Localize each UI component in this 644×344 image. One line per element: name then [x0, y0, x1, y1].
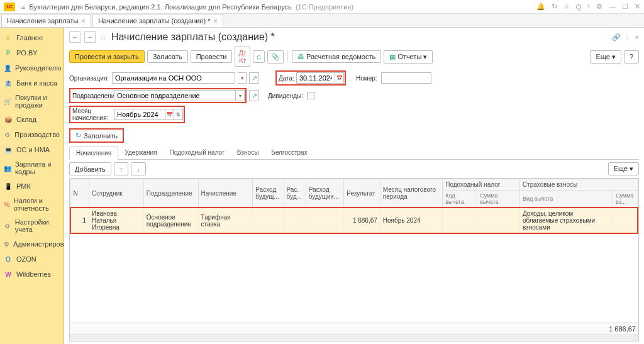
sidebar-item[interactable]: 🏦Банк и касса [0, 75, 64, 91]
settings-icon[interactable]: ⚙ [596, 3, 602, 11]
maximize-icon[interactable]: ☐ [622, 3, 628, 11]
table-more-button[interactable]: Еще ▾ [608, 162, 639, 175]
subtab[interactable]: Подоходный налог [164, 147, 231, 159]
menu-icon[interactable]: ≡ [21, 3, 25, 11]
org-input[interactable] [112, 72, 235, 84]
nav-label: Склад [16, 116, 36, 123]
close-icon[interactable]: × [81, 17, 85, 25]
help-button[interactable]: ? [624, 50, 639, 64]
link-icon[interactable]: 🔗 [612, 33, 621, 42]
sidebar-item[interactable]: OOZON [0, 252, 64, 267]
star-icon[interactable]: ☆ [564, 3, 570, 11]
sidebar-item[interactable]: 🛒Покупки и продажи [0, 91, 64, 112]
toolbar: Провести и закрыть Записать Провести ДтК… [69, 47, 639, 67]
nav-label: PO.BY [16, 49, 38, 57]
subtab[interactable]: Взносы [231, 147, 265, 159]
minimize-icon[interactable]: — [609, 3, 616, 11]
stepper-icon[interactable]: ⇅ [174, 109, 183, 120]
nav-icon: ≡ [4, 33, 13, 42]
save-button[interactable]: Записать [147, 50, 188, 63]
dept-input[interactable] [114, 90, 236, 101]
structure-icon[interactable]: ⎌ [253, 50, 265, 63]
history-icon[interactable]: ↻ [552, 3, 557, 11]
tab-salary-list[interactable]: Начисления зарплаты× [1, 14, 91, 27]
fill-button[interactable]: ↻Заполнить [70, 130, 123, 141]
post-button[interactable]: Провести [191, 50, 233, 63]
more-icon[interactable]: ⋮ [625, 33, 631, 42]
bell-icon[interactable]: 🔔 [536, 3, 545, 11]
close-icon[interactable]: × [635, 33, 639, 42]
close-icon[interactable]: ✕ [635, 3, 640, 11]
nav-icon: 👤 [4, 64, 11, 72]
subtab[interactable]: Начисления [69, 147, 118, 160]
debit-credit-icon[interactable]: ДтКт [235, 47, 250, 67]
nav-icon: 📱 [4, 182, 13, 191]
month-label: Месяц начисления: [71, 108, 114, 121]
nav-label: Налоги и отчетность [14, 197, 60, 212]
dropdown-icon[interactable]: ▾ [238, 72, 247, 84]
scrollbar-x[interactable] [70, 335, 638, 341]
nav-icon: ⚙ [4, 240, 9, 248]
open-icon[interactable]: ↗ [249, 72, 259, 84]
date-input[interactable] [296, 72, 335, 84]
more-button[interactable]: Еще ▾ [590, 50, 621, 64]
sidebar-item[interactable]: ≡Главное [0, 30, 64, 45]
sidebar-item[interactable]: ⚙Настройки учета [0, 215, 64, 236]
sidebar-item[interactable]: PPO.BY [0, 45, 64, 60]
calendar-icon[interactable]: 📅 [335, 72, 344, 84]
nav-icon: 👥 [4, 164, 11, 172]
sidebar-item[interactable]: 💻ОС и НМА [0, 142, 64, 157]
nav-label: Банк и касса [16, 79, 57, 87]
move-down-button[interactable]: ↓ [131, 162, 146, 175]
close-icon[interactable]: × [214, 17, 218, 25]
open-icon[interactable]: ↗ [249, 90, 259, 101]
add-button[interactable]: Добавить [69, 162, 111, 175]
post-close-button[interactable]: Провести и закрыть [69, 50, 145, 63]
month-input[interactable] [114, 109, 165, 120]
sidebar-item[interactable]: 📦Склад [0, 112, 64, 127]
nav-label: Настройки учета [15, 218, 60, 233]
calendar-icon[interactable]: 📅 [165, 109, 174, 120]
nav-label: ОС и НМА [16, 146, 50, 153]
nav-icon: P [4, 48, 13, 57]
nav-icon: W [4, 270, 13, 279]
forward-button[interactable]: → [84, 31, 96, 43]
sidebar-item[interactable]: 👥Зарплата и кадры [0, 157, 64, 179]
back-button[interactable]: ← [69, 31, 80, 43]
dept-label: Подразделение: [71, 92, 114, 99]
dropdown-icon[interactable]: ▾ [236, 90, 245, 101]
sidebar-item[interactable]: %Налоги и отчетность [0, 194, 64, 215]
tab-salary-create[interactable]: Начисление зарплаты (создание) *× [92, 14, 223, 27]
nav-icon: O [4, 255, 13, 264]
dividends-label: Дивиденды: [268, 92, 304, 99]
nav-label: Покупки и продажи [15, 94, 60, 109]
date-label: Дата: [277, 75, 296, 82]
dividends-checkbox[interactable] [307, 92, 314, 99]
table-row[interactable]: 1 Иванова Наталья Игоревна Основное подр… [70, 208, 638, 233]
reports-button[interactable]: ▦ Отчеты ▾ [384, 50, 433, 64]
number-input[interactable] [381, 72, 431, 84]
payroll-button[interactable]: 🖶 Расчетная ведомость [292, 50, 381, 63]
user-icon[interactable]: ¹ [587, 3, 590, 11]
sidebar-item[interactable]: 📱РМК [0, 179, 64, 194]
chat-icon[interactable]: Q [576, 3, 582, 11]
subtabs: НачисленияУдержанияПодоходный налогВзнос… [69, 147, 639, 160]
nav-label: Wildberries [16, 270, 51, 278]
sidebar-item[interactable]: WWildberries [0, 267, 64, 282]
attach-icon[interactable]: 📎 [267, 50, 284, 64]
move-up-button[interactable]: ↑ [114, 162, 129, 175]
nav-label: РМК [16, 182, 31, 190]
accruals-table[interactable]: N Сотрудник Подразделение Начисление Рас… [69, 178, 639, 341]
subtab[interactable]: Белгосстрах [265, 147, 313, 159]
favorite-icon[interactable]: ☆ [99, 32, 108, 42]
sidebar-item[interactable]: 👤Руководителю [0, 60, 64, 75]
tabs-bar: Начисления зарплаты× Начисление зарплаты… [0, 14, 644, 28]
window-controls: 🔔 ↻ ☆ Q ¹ ⚙ — ☐ ✕ [536, 3, 640, 11]
sidebar-item[interactable]: ⚙Администрирование [0, 236, 64, 252]
page-title: Начисление зарплаты (создание) * [111, 31, 275, 43]
sidebar-item[interactable]: ⚙Производство [0, 127, 64, 142]
nav-icon: 🏦 [4, 79, 13, 87]
org-label: Организация: [69, 75, 109, 82]
nav-icon: 🛒 [4, 97, 11, 106]
subtab[interactable]: Удержания [118, 147, 163, 159]
